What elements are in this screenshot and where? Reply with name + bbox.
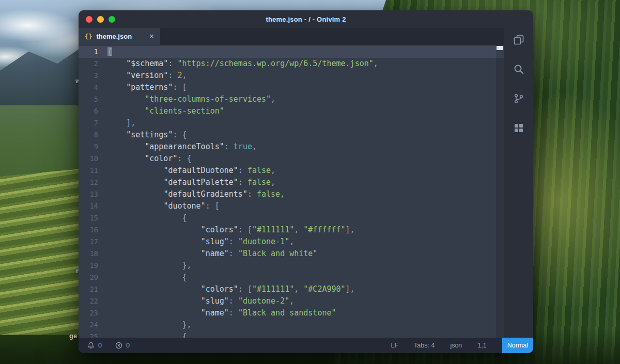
code-line-text: "defaultPalette": false, [107,177,504,188]
code-line[interactable]: 11 "defaultDuotone": false, [79,165,504,177]
code-line[interactable]: 13 "defaultGradients": false, [79,188,504,200]
code-line-text: "slug": "duotone-1", [107,236,504,248]
code-line[interactable]: 19 }, [79,260,504,272]
code-line[interactable]: 24 }, [79,319,504,331]
line-number: 2 [79,58,107,70]
code-line[interactable]: 8 "settings": { [79,129,504,141]
code-line-text: "colors": ["#111111", "#ffffff"], [107,224,504,236]
status-bar-left: 0 0 [79,342,130,349]
zoom-window-button[interactable] [109,16,115,23]
line-number: 13 [79,188,107,200]
code-line-text: "duotone": [ [107,200,504,212]
code-line-text: "version": 2, [107,70,504,82]
code-line-text: "name": "Black and sandstone" [107,307,504,319]
source-control-button[interactable] [513,92,525,105]
window-body: {} theme.json ✕ 1{2 "$schema": "https://… [79,28,533,338]
tab-close-icon[interactable]: ✕ [149,33,154,40]
window-titlebar[interactable]: theme.json - / - Onivim 2 [79,10,533,28]
editor-scrollbar[interactable] [496,45,504,338]
code-line-text: "colors": ["#111111", "#C2A990"], [107,283,504,295]
tabs-indicator[interactable]: Tabs: 4 [414,342,435,349]
code-line[interactable]: 9 "appearanceTools": true, [79,141,504,153]
language-indicator[interactable]: json [450,342,462,349]
line-number: 15 [79,212,107,224]
tab-label: theme.json [96,33,145,40]
activity-bar [504,28,533,338]
desktop-wallpaper: w n ge theme.json - / - Onivim 2 {} them… [0,0,620,364]
code-line[interactable]: 21 "colors": ["#111111", "#C2A990"], [79,283,504,295]
code-line-text: "slug": "duotone-2", [107,295,504,307]
traffic-lights [79,16,115,23]
minimize-window-button[interactable] [97,16,104,23]
code-line[interactable]: 15 { [79,212,504,224]
line-number: 1 [79,46,107,58]
line-number: 22 [79,295,107,307]
code-line-text: "color": { [107,153,504,165]
line-number: 20 [79,272,107,283]
error-circle-icon [115,342,122,349]
code-editor[interactable]: 1{2 "$schema": "https://schemas.wp.org/w… [79,45,504,338]
code-line[interactable]: 16 "colors": ["#111111", "#ffffff"], [79,224,504,236]
scrollbar-thumb[interactable] [497,46,503,50]
cursor-position-indicator[interactable]: 1,1 [477,342,486,349]
code-line-text: { [107,272,504,283]
search-button[interactable] [513,63,525,75]
line-number: 16 [79,224,107,236]
code-line-text: "three-columns-of-services", [107,93,504,105]
line-number: 23 [79,307,107,319]
git-branch-icon [513,93,524,104]
copy-button[interactable] [513,34,525,46]
code-line[interactable]: 17 "slug": "duotone-1", [79,236,504,248]
extensions-button[interactable] [513,122,525,134]
code-line-text: { [107,331,504,338]
line-number: 24 [79,319,107,331]
close-window-button[interactable] [86,16,92,23]
copy-icon [513,34,524,45]
tab-theme-json[interactable]: {} theme.json ✕ [79,28,160,45]
line-ending-indicator[interactable]: LF [391,342,398,349]
code-lines: 1{2 "$schema": "https://schemas.wp.org/w… [79,46,504,338]
code-line[interactable]: 23 "name": "Black and sandstone" [79,307,504,319]
line-number: 5 [79,93,107,105]
line-number: 6 [79,105,107,117]
code-line-text: "appearanceTools": true, [107,141,504,153]
line-number: 11 [79,165,107,177]
code-line[interactable]: 22 "slug": "duotone-2", [79,295,504,307]
onivim-window: theme.json - / - Onivim 2 {} theme.json … [79,10,533,353]
wallpaper-text-fragment: ge [69,332,77,340]
code-line-text: "name": "Black and white" [107,248,504,260]
code-line[interactable]: 6 "clients-section" [79,105,504,117]
code-line-text: { [107,212,504,224]
line-number: 25 [79,331,107,338]
code-line[interactable]: 14 "duotone": [ [79,200,504,212]
search-icon [513,64,524,75]
status-bar: 0 0 LF Tabs: 4 json 1,1 Normal [79,338,533,353]
code-line[interactable]: 4 "patterns": [ [79,82,504,93]
code-line-text: "clients-section" [107,105,504,117]
tab-bar: {} theme.json ✕ [79,28,504,45]
line-number: 14 [79,200,107,212]
code-line[interactable]: 25 { [79,331,504,338]
errors-indicator[interactable]: 0 [115,342,130,349]
status-bar-right: LF Tabs: 4 json 1,1 Normal [391,338,533,353]
line-number: 10 [79,153,107,165]
code-line[interactable]: 10 "color": { [79,153,504,165]
line-number: 8 [79,129,107,141]
line-number: 18 [79,248,107,260]
code-line[interactable]: 5 "three-columns-of-services", [79,93,504,105]
line-number: 12 [79,177,107,188]
code-line[interactable]: 1{ [79,46,504,58]
notifications-indicator[interactable]: 0 [87,342,102,349]
line-number: 19 [79,260,107,272]
code-line[interactable]: 7 ], [79,117,504,129]
code-line[interactable]: 18 "name": "Black and white" [79,248,504,260]
code-line-text: "$schema": "https://schemas.wp.org/wp/6.… [107,58,504,70]
mode-badge: Normal [502,338,533,353]
code-line-text: "patterns": [ [107,82,504,93]
code-line[interactable]: 3 "version": 2, [79,70,504,82]
code-line[interactable]: 2 "$schema": "https://schemas.wp.org/wp/… [79,58,504,70]
line-number: 21 [79,283,107,295]
code-line[interactable]: 12 "defaultPalette": false, [79,177,504,188]
code-line-text: ], [107,117,504,129]
code-line[interactable]: 20 { [79,272,504,283]
